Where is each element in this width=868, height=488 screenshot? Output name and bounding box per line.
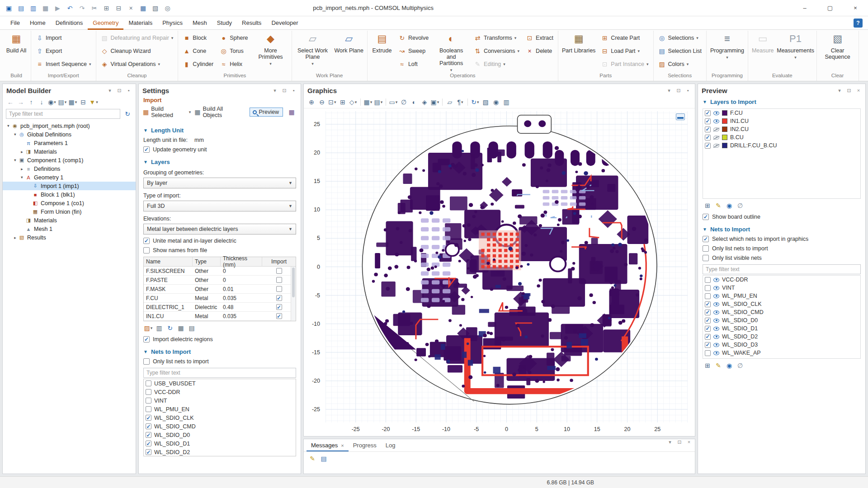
- visibility-eye-icon[interactable]: [713, 343, 719, 347]
- net-hide-button[interactable]: ∅: [735, 361, 745, 371]
- layer-checkbox[interactable]: [705, 110, 711, 116]
- unite-metal-checkbox[interactable]: [143, 238, 150, 244]
- cone-button[interactable]: ▲ Cone: [179, 44, 217, 57]
- show-names-checkbox[interactable]: [143, 247, 150, 253]
- menu-developer[interactable]: Developer: [266, 16, 303, 30]
- save-layers-button[interactable]: ▥: [154, 323, 164, 333]
- menu-geometry[interactable]: Geometry: [88, 16, 123, 30]
- tree-global-materials[interactable]: ▸ ◨ Materials: [3, 147, 136, 156]
- panel-menu-icon[interactable]: ▾: [836, 88, 843, 94]
- filter-button[interactable]: ▼ ▾: [89, 97, 99, 107]
- visibility-eye-icon[interactable]: [713, 294, 719, 298]
- net-checkbox[interactable]: [705, 285, 711, 291]
- editing-button[interactable]: ✎ Editing ▾: [471, 57, 523, 70]
- net-list-item[interactable]: WL_SDIO_CMD: [703, 308, 860, 316]
- visibility-eye-icon[interactable]: [713, 335, 719, 339]
- scene-grid-icon[interactable]: ▦ ▾: [363, 97, 373, 107]
- undo-button[interactable]: ↶: [64, 2, 76, 14]
- forward-button[interactable]: →: [16, 97, 26, 107]
- cut-button[interactable]: ✂: [88, 2, 100, 14]
- build-selected-button[interactable]: ▦ Build Selected ▾: [143, 106, 191, 118]
- layer-hide-button[interactable]: ∅: [735, 201, 745, 211]
- visibility-eye-icon[interactable]: [713, 302, 719, 306]
- tree-mesh[interactable]: ▲ Mesh 1: [3, 225, 136, 233]
- build-all-objects-button[interactable]: ▦ Build All Objects: [194, 106, 243, 118]
- net-checkbox[interactable]: [146, 432, 151, 438]
- net-table-button[interactable]: ⊞: [703, 361, 712, 371]
- go-to-view-icon[interactable]: ◇ ▾: [348, 97, 358, 107]
- tree-root[interactable]: ▸ ◉ pcb_import_nets.mph (root): [3, 122, 136, 130]
- only-list-nets-checkbox[interactable]: [143, 358, 150, 365]
- import-checkbox[interactable]: [276, 286, 282, 292]
- import-checkbox[interactable]: [276, 304, 282, 310]
- part-libraries-button[interactable]: ▦ Part Libraries: [560, 31, 598, 71]
- tree-parameters[interactable]: π Parameters 1: [3, 139, 136, 147]
- window-button[interactable]: ▧: [149, 2, 161, 14]
- tree-expander-icon[interactable]: ▸: [19, 167, 25, 171]
- save-button[interactable]: ▥: [27, 2, 39, 14]
- move-up-button[interactable]: ↑: [26, 97, 36, 107]
- visibility-eye-icon[interactable]: [713, 119, 719, 123]
- show-button[interactable]: ◉ ▾: [47, 97, 57, 107]
- transforms-button[interactable]: ⇄ Transforms ▾: [471, 31, 523, 44]
- view-monitor-icon[interactable]: [676, 113, 685, 120]
- only-visible-nets-checkbox[interactable]: [703, 255, 709, 261]
- section-layers[interactable]: ▼ Layers: [143, 159, 296, 165]
- zoom-box-icon[interactable]: ⊞: [338, 97, 348, 107]
- more-primitives-button[interactable]: ◆ More Primitives ▾: [251, 31, 290, 71]
- net-list-item[interactable]: WL_PMU_EN: [703, 292, 860, 300]
- run-button[interactable]: ▶: [52, 2, 64, 14]
- layer-table-row[interactable]: F.SILKSCREEN Other 0: [144, 267, 296, 276]
- section-layers-to-import[interactable]: ▼ Layers to Import: [703, 99, 861, 105]
- preview-nets-filter-input[interactable]: [703, 264, 861, 274]
- preview-button[interactable]: Preview: [250, 108, 283, 117]
- net-checkbox[interactable]: [146, 449, 151, 455]
- tree-component[interactable]: ▸ ▣ Component 1 (comp1): [3, 156, 136, 164]
- visibility-eye-icon[interactable]: [713, 111, 719, 115]
- snapshot-icon[interactable]: ◉: [491, 97, 501, 107]
- menu-file[interactable]: File: [5, 16, 25, 30]
- net-list-item[interactable]: WL_WAKE_AP: [703, 349, 860, 357]
- net-list-item[interactable]: WL_SDIO_CMD: [144, 422, 296, 431]
- tree-block1[interactable]: ■ Block 1 (blk1): [3, 190, 136, 199]
- log-display-icon[interactable]: ▤: [319, 454, 329, 464]
- refresh-layers-button[interactable]: ↻: [165, 323, 175, 333]
- zoom-out-icon[interactable]: ⊖: [317, 97, 327, 107]
- extrude-button[interactable]: ▤ Extrude: [369, 31, 395, 71]
- layer-table-row[interactable]: F.PASTE Other 0: [144, 276, 296, 285]
- layer-list-item[interactable]: B.CU: [703, 133, 860, 141]
- net-list-item[interactable]: WL_SDIO_D0: [144, 431, 296, 439]
- tree-geometry[interactable]: ▸ A Geometry 1: [3, 173, 136, 182]
- build-all-button[interactable]: ▦ Build All: [3, 31, 29, 71]
- import-checkbox[interactable]: [276, 277, 282, 283]
- preview-settings-icon[interactable]: ▦: [287, 107, 297, 117]
- tree-expander-icon[interactable]: ▸: [6, 123, 11, 129]
- net-checkbox[interactable]: [705, 342, 711, 348]
- table-button[interactable]: ▦: [137, 2, 149, 14]
- measurements-button[interactable]: P1 Measurements ▾: [776, 31, 815, 71]
- work-plane-button[interactable]: ▱ Work Plane: [332, 31, 366, 71]
- visibility-eye-icon[interactable]: [713, 327, 719, 331]
- visibility-eye-icon[interactable]: [713, 278, 719, 282]
- net-list-item[interactable]: WL_SDIO_D2: [144, 448, 296, 456]
- select-work-plane-button[interactable]: ▱ Select Work Plane ▾: [293, 31, 332, 71]
- move-down-button[interactable]: ↓: [37, 97, 47, 107]
- layers-to-import-list[interactable]: F.CU IN1.CU IN2.CU B.CU DRILL:F.CU_B.CU: [703, 108, 861, 199]
- net-checkbox[interactable]: [146, 415, 151, 421]
- section-length-unit[interactable]: ▼ Length Unit: [143, 127, 296, 134]
- layer-table-button[interactable]: ⊞: [703, 201, 712, 211]
- net-checkbox[interactable]: [705, 301, 711, 307]
- tab-progress[interactable]: Progress: [349, 439, 381, 451]
- visibility-eye-icon[interactable]: [713, 351, 719, 355]
- show-board-outline-checkbox[interactable]: [703, 214, 709, 220]
- net-list-item[interactable]: WL_SDIO_D0: [703, 316, 860, 324]
- app-icon[interactable]: ▣: [3, 2, 15, 14]
- visibility-eye-icon[interactable]: [713, 319, 719, 323]
- menu-materials[interactable]: Materials: [123, 16, 157, 30]
- block-button[interactable]: ■ Block: [179, 31, 217, 44]
- layer-table-row[interactable]: F.MASK Other 0.01: [144, 285, 296, 294]
- update-geometry-unit-checkbox[interactable]: [143, 146, 150, 153]
- tree-expander-icon[interactable]: ▸: [12, 235, 18, 240]
- layer-show-button[interactable]: ◉: [724, 201, 734, 211]
- pin-icon[interactable]: ▪: [685, 88, 691, 93]
